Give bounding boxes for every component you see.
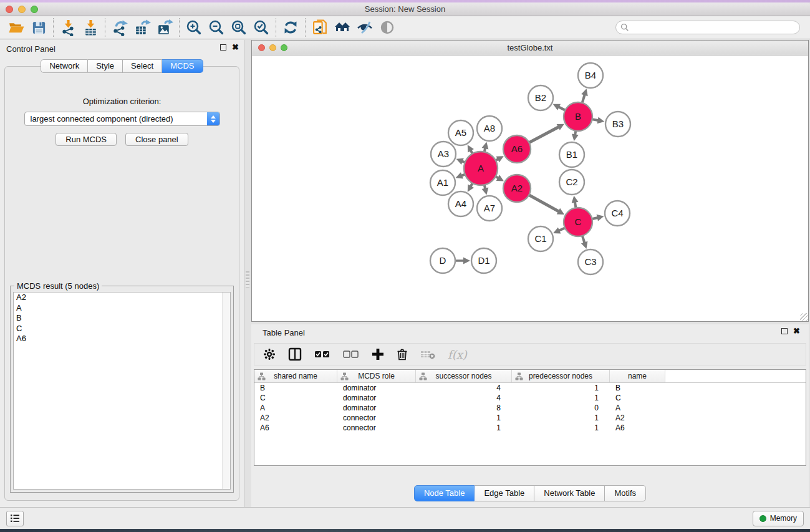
table-cell: B: [610, 383, 665, 393]
table-options-button[interactable]: [263, 346, 276, 362]
table-cell: connector: [337, 423, 416, 433]
result-item[interactable]: A6: [14, 334, 230, 344]
hide-graphics-details-button[interactable]: [354, 17, 376, 37]
network-zoom-button[interactable]: [281, 44, 287, 51]
select-stepper-icon: [207, 112, 219, 125]
export-image-button[interactable]: [153, 17, 176, 37]
table-cell: A2: [254, 413, 337, 423]
result-item[interactable]: A: [14, 303, 230, 314]
save-session-button[interactable]: [27, 17, 50, 37]
column-header-shared-name[interactable]: shared name: [254, 370, 337, 382]
close-panel-button[interactable]: ✖: [232, 44, 239, 51]
open-folder-icon: [8, 19, 25, 36]
zoom-out-button[interactable]: [205, 17, 228, 37]
close-panel-button-2[interactable]: Close panel: [125, 133, 188, 146]
memory-button[interactable]: Memory: [753, 511, 804, 526]
graph-edge-arrowhead: [482, 188, 489, 195]
table-cell: dominator: [337, 393, 416, 403]
graph-edge-A6-B[interactable]: [528, 127, 559, 143]
result-item[interactable]: A2: [14, 293, 230, 303]
table-body: Bdominator41BCdominator41CAdominator80AA…: [254, 383, 806, 433]
save-floppy-icon: [31, 20, 47, 36]
tab-select[interactable]: Select: [123, 59, 162, 73]
toolbar-separator: [105, 18, 105, 37]
mcds-result-list[interactable]: A2ABCA6: [13, 292, 231, 490]
graph-edge-arrowhead: [463, 258, 470, 264]
tab-network-table[interactable]: Network Table: [534, 485, 605, 501]
show-column-panel-button[interactable]: [288, 346, 302, 362]
column-header-MCDS-role[interactable]: MCDS role: [337, 370, 416, 382]
result-scrollbar[interactable]: [222, 293, 230, 489]
tab-style[interactable]: Style: [88, 59, 123, 73]
zoom-window-button[interactable]: [31, 6, 38, 13]
tab-network[interactable]: Network: [41, 59, 88, 73]
column-header-successor-nodes[interactable]: successor nodes: [416, 370, 512, 382]
zoom-selected-button[interactable]: [250, 17, 272, 37]
tab-mcds[interactable]: MCDS: [162, 59, 203, 73]
table-cell: A: [610, 403, 665, 413]
open-session-button[interactable]: [5, 17, 27, 37]
table-panel-tabs: Node TableEdge TableNetwork TableMotifs: [251, 485, 809, 501]
column-header-name[interactable]: name: [610, 370, 665, 382]
memory-label: Memory: [770, 514, 797, 523]
close-window-button[interactable]: [6, 6, 13, 13]
search-icon: [620, 23, 629, 32]
table-row[interactable]: Adominator80A: [254, 403, 806, 413]
graph-edge-arrowhead: [572, 134, 579, 142]
table-cell: dominator: [337, 403, 416, 413]
minimize-window-button[interactable]: [18, 6, 26, 13]
zoom-in-button[interactable]: [183, 17, 205, 37]
node-table[interactable]: shared nameMCDS rolesuccessor nodesprede…: [254, 369, 806, 466]
delete-column-button[interactable]: [397, 346, 408, 362]
unselect-all-columns-button[interactable]: [343, 346, 359, 362]
import-network-button[interactable]: [57, 17, 79, 37]
column-header-predecessor-nodes[interactable]: predecessor nodes: [512, 370, 610, 382]
houses-button[interactable]: [331, 17, 354, 37]
import-table-button[interactable]: [79, 17, 102, 37]
memory-status-icon: [759, 515, 766, 522]
show-panels-button[interactable]: [6, 511, 24, 526]
table-row[interactable]: Bdominator41B: [254, 383, 806, 393]
table-row[interactable]: Cdominator41C: [254, 393, 806, 403]
float-panel-button[interactable]: [220, 44, 226, 51]
duplicate-network-button[interactable]: [309, 17, 331, 37]
criterion-select[interactable]: largest connected component (directed): [24, 112, 220, 126]
graph-node-label: A1: [437, 177, 448, 188]
graph-node-label: B1: [566, 149, 577, 160]
network-window-title: testGlobe.txt: [252, 41, 808, 55]
close-table-panel-button[interactable]: ✖: [793, 328, 800, 334]
network-close-button[interactable]: [258, 44, 265, 51]
result-item[interactable]: B: [14, 313, 230, 324]
table-row[interactable]: A2connector11A2: [254, 413, 806, 423]
select-all-columns-button[interactable]: [314, 346, 330, 362]
trash-icon: [397, 348, 408, 360]
table-cell: 1: [416, 423, 512, 433]
network-canvas[interactable]: AA2A6BCA1A3A4A5A7A8B1B2B3B4C1C2C3C4DD1: [253, 56, 808, 321]
network-minimize-button[interactable]: [269, 44, 276, 51]
export-table-button[interactable]: [131, 17, 153, 37]
split-pane-icon: [288, 347, 302, 361]
float-table-panel-button[interactable]: [781, 328, 788, 334]
tab-node-table[interactable]: Node Table: [414, 485, 475, 501]
export-network-button[interactable]: [108, 17, 131, 37]
graph-edge-A2-C[interactable]: [528, 195, 560, 212]
show-graphics-details-button[interactable]: [376, 17, 398, 37]
create-column-button[interactable]: [372, 346, 384, 362]
tab-motifs[interactable]: Motifs: [605, 485, 646, 501]
search-field[interactable]: [615, 21, 800, 34]
table-row[interactable]: A6connector11A6: [254, 423, 806, 433]
function-builder-button-disabled: f(x): [448, 348, 467, 361]
toolbar-separator: [276, 18, 276, 37]
window-resize-grip[interactable]: [800, 313, 808, 321]
import-network-icon: [60, 19, 77, 36]
search-input[interactable]: [629, 23, 795, 32]
export-image-icon: [157, 19, 173, 36]
zoom-fit-button[interactable]: [228, 17, 250, 37]
plus-icon: [372, 348, 384, 360]
graph-node-label: A2: [511, 183, 523, 193]
tab-edge-table[interactable]: Edge Table: [475, 485, 534, 501]
refresh-layout-button[interactable]: [279, 17, 302, 37]
panel-splitter-handle[interactable]: [246, 271, 249, 288]
run-mcds-button[interactable]: Run MCDS: [55, 133, 117, 146]
result-item[interactable]: C: [14, 324, 230, 334]
